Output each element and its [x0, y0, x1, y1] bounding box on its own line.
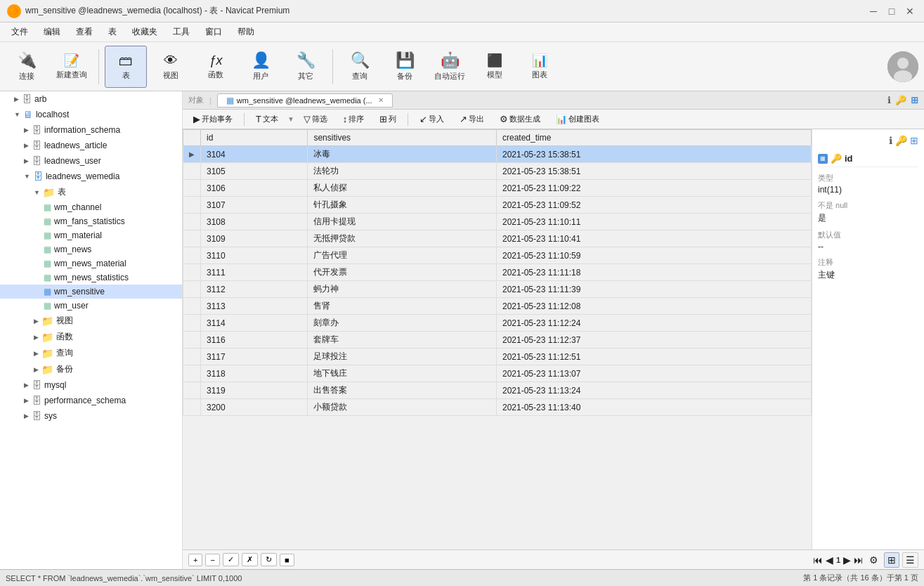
- grid-panel-icon[interactable]: ⊞: [910, 135, 918, 146]
- table-row[interactable]: 3113售肾2021-05-23 11:12:08: [183, 298, 812, 315]
- table-row[interactable]: 3110广告代理2021-05-23 11:10:59: [183, 247, 812, 264]
- btn-data-gen[interactable]: ⚙ 数据生成: [493, 112, 547, 126]
- btn-remove-row[interactable]: −: [205, 554, 219, 566]
- th-sensitives[interactable]: sensitives: [308, 130, 497, 146]
- menu-table[interactable]: 表: [101, 24, 124, 40]
- toolbar-autorun[interactable]: 🤖 自动运行: [429, 46, 471, 88]
- table-row[interactable]: 3116套牌车2021-05-23 11:12:37: [183, 332, 812, 349]
- btn-columns[interactable]: ⊞ 列: [373, 112, 403, 126]
- active-tab[interactable]: ▦ wm_sensitive @leadnews_wemedia (... ✕: [217, 93, 393, 108]
- toolbar-function[interactable]: ƒx 函数: [195, 46, 237, 88]
- sidebar-item-wm-sensitive[interactable]: ▦ wm_sensitive: [0, 285, 182, 299]
- sidebar-item-leadnews-article[interactable]: ▶ 🗄 leadnews_article: [0, 138, 182, 153]
- grid-view-2-icon[interactable]: ☰: [902, 552, 918, 568]
- sidebar-item-wm-fans-statistics[interactable]: ▦ wm_fans_statistics: [0, 214, 182, 228]
- menu-window[interactable]: 窗口: [198, 24, 229, 40]
- btn-begin-transaction[interactable]: ▶ 开始事务: [187, 112, 239, 126]
- nav-prev-icon[interactable]: ◀: [826, 554, 833, 566]
- sidebar-item-leadnews-wemedia[interactable]: ▼ 🗄 leadnews_wemedia: [0, 169, 182, 184]
- sidebar-item-wm-news[interactable]: ▦ wm_news: [0, 242, 182, 256]
- table-row[interactable]: 3108信用卡提现2021-05-23 11:10:11: [183, 214, 812, 230]
- btn-add-row[interactable]: +: [188, 554, 202, 566]
- sidebar-item-tables-folder[interactable]: ▼ 📁 表: [0, 184, 182, 200]
- sidebar-item-leadnews-user[interactable]: ▶ 🗄 leadnews_user: [0, 153, 182, 169]
- user-avatar[interactable]: [887, 51, 918, 82]
- table-row[interactable]: 3111代开发票2021-05-23 11:11:18: [183, 264, 812, 281]
- sidebar-item-wm-news-material[interactable]: ▦ wm_news_material: [0, 256, 182, 271]
- menu-file[interactable]: 文件: [4, 24, 35, 40]
- settings-icon[interactable]: ⚙: [869, 554, 878, 566]
- prop-type-value: int(11): [818, 185, 918, 195]
- menu-view[interactable]: 查看: [69, 24, 100, 40]
- sidebar-item-wm-material[interactable]: ▦ wm_material: [0, 228, 182, 242]
- btn-cancel-row[interactable]: ✗: [242, 553, 258, 566]
- toolbar-other[interactable]: 🔧 其它: [285, 46, 327, 88]
- th-id[interactable]: id: [201, 130, 308, 146]
- table-row[interactable]: 3106私人侦探2021-05-23 11:09:22: [183, 180, 812, 197]
- sidebar-item-queries-folder[interactable]: ▶ 📁 查询: [0, 345, 182, 361]
- table-row[interactable]: 3105法轮功2021-05-23 15:38:51: [183, 163, 812, 180]
- table-row[interactable]: 3200小额贷款2021-05-23 11:13:40: [183, 399, 812, 416]
- toolbar-connect[interactable]: 🔌 连接: [6, 46, 48, 88]
- btn-import[interactable]: ↙ 导入: [413, 112, 450, 126]
- table-row[interactable]: 3118地下钱庄2021-05-23 11:13:07: [183, 365, 812, 382]
- toolbar-table[interactable]: 🗃 表: [105, 46, 147, 88]
- data-table-wrap[interactable]: id sensitives created_time ▶3104冰毒2021-0…: [183, 129, 812, 549]
- menu-favorites[interactable]: 收藏夹: [125, 24, 164, 40]
- table-row[interactable]: 3109无抵押贷款2021-05-23 11:10:41: [183, 230, 812, 247]
- table-view-icon[interactable]: ⊞: [911, 95, 918, 105]
- tab-close-icon[interactable]: ✕: [378, 96, 384, 104]
- info-icon[interactable]: ℹ: [887, 95, 891, 105]
- nav-first-icon[interactable]: ⏮: [813, 554, 823, 566]
- menu-edit[interactable]: 编辑: [37, 24, 67, 40]
- sidebar-item-wm-channel[interactable]: ▦ wm_channel: [0, 200, 182, 214]
- close-button[interactable]: ✕: [903, 4, 917, 18]
- sidebar-item-wm-user[interactable]: ▦ wm_user: [0, 299, 182, 313]
- btn-text[interactable]: T 文本: [249, 112, 285, 126]
- btn-refresh[interactable]: ↻: [261, 553, 277, 566]
- toolbar-view[interactable]: 👁 视图: [150, 46, 192, 88]
- toolbar-model[interactable]: ⬛ 模型: [474, 46, 516, 88]
- table-row[interactable]: 3119出售答案2021-05-23 11:13:24: [183, 382, 812, 399]
- key-panel-icon[interactable]: 🔑: [895, 135, 907, 146]
- sidebar-item-performance-schema[interactable]: ▶ 🗄 performance_schema: [0, 393, 182, 408]
- maximize-button[interactable]: □: [885, 4, 899, 18]
- menu-help[interactable]: 帮助: [230, 24, 261, 40]
- toolbar-user[interactable]: 👤 用户: [240, 46, 282, 88]
- btn-check[interactable]: ✓: [223, 553, 239, 566]
- grid-view-1-icon[interactable]: ⊞: [884, 552, 899, 568]
- btn-export[interactable]: ↗ 导出: [453, 112, 490, 126]
- right-panel: ℹ 🔑 ⊞ ▦ 🔑 id 类型 int(11) 不是 null 是 默认值 --…: [812, 129, 924, 549]
- table-row[interactable]: ▶3104冰毒2021-05-23 15:38:51: [183, 146, 812, 163]
- sidebar-item-information-schema[interactable]: ▶ 🗄 information_schema: [0, 122, 182, 138]
- arrow-icon: ▶: [24, 397, 29, 404]
- key-icon-top[interactable]: 🔑: [895, 95, 906, 105]
- toolbar-chart[interactable]: 📊 图表: [519, 46, 561, 88]
- table-row[interactable]: 3107针孔摄象2021-05-23 11:09:52: [183, 197, 812, 214]
- sidebar-item-sys[interactable]: ▶ 🗄 sys: [0, 408, 182, 424]
- sidebar-item-localhost[interactable]: ▼ 🖥 localhost: [0, 107, 182, 122]
- table-row[interactable]: 3112蚂力神2021-05-23 11:11:39: [183, 281, 812, 298]
- sidebar-item-backups-folder[interactable]: ▶ 📁 备份: [0, 361, 182, 377]
- app-icon: 🔶: [7, 4, 21, 18]
- sidebar-item-functions-folder[interactable]: ▶ 📁 函数: [0, 329, 182, 345]
- table-row[interactable]: 3114刻章办2021-05-23 11:12:24: [183, 315, 812, 332]
- nav-last-icon[interactable]: ⏭: [854, 554, 864, 566]
- nav-next-icon[interactable]: ▶: [843, 554, 851, 566]
- sidebar-item-wm-news-statistics[interactable]: ▦ wm_news_statistics: [0, 271, 182, 285]
- table-row[interactable]: 3117足球投注2021-05-23 11:12:51: [183, 349, 812, 365]
- sidebar-item-arb[interactable]: ▶ 🗄 arb: [0, 91, 182, 107]
- toolbar-new-query[interactable]: 📝 新建查询: [51, 46, 93, 88]
- btn-stop[interactable]: ■: [280, 554, 294, 566]
- btn-create-chart[interactable]: 📊 创建图表: [549, 112, 606, 126]
- toolbar-query[interactable]: 🔍 查询: [339, 46, 381, 88]
- th-created-time[interactable]: created_time: [496, 130, 811, 146]
- minimize-button[interactable]: ─: [866, 4, 880, 18]
- sidebar-item-mysql[interactable]: ▶ 🗄 mysql: [0, 377, 182, 393]
- toolbar-backup[interactable]: 💾 备份: [384, 46, 426, 88]
- btn-filter[interactable]: ▽ 筛选: [297, 112, 334, 126]
- info-panel-icon[interactable]: ℹ: [889, 135, 892, 146]
- btn-sort[interactable]: ↕ 排序: [337, 112, 371, 126]
- menu-tools[interactable]: 工具: [166, 24, 197, 40]
- sidebar-item-views-folder[interactable]: ▶ 📁 视图: [0, 313, 182, 329]
